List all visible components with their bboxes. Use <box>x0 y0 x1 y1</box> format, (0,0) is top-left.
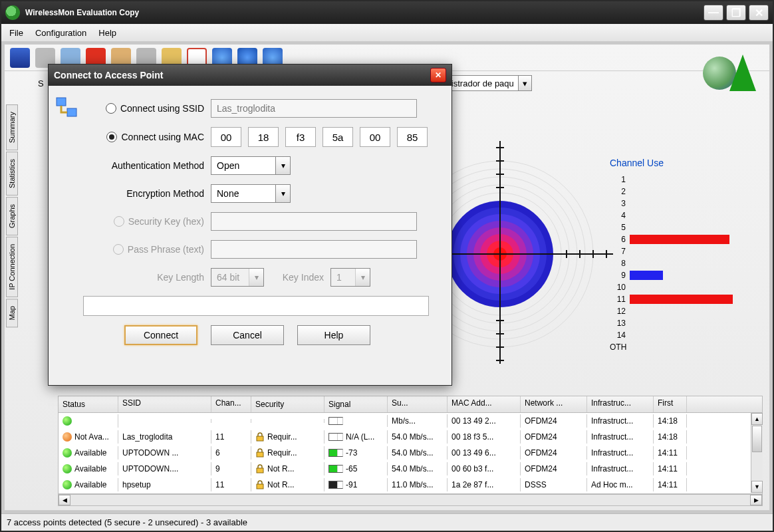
chevron-down-icon: ▾ <box>355 269 370 286</box>
th-channel[interactable]: Chan... <box>211 396 251 412</box>
keyidx-label: Key Index <box>264 272 330 283</box>
th-status[interactable]: Status <box>59 396 118 412</box>
tab-map[interactable]: Map <box>6 299 18 327</box>
menu-configuration[interactable]: Configuration <box>35 28 86 38</box>
tab-ipconnection[interactable]: IP Connection <box>6 237 18 297</box>
channel-use-panel: Channel Use 1234567891011121314OTH <box>610 158 756 370</box>
passphrase-input <box>211 240 417 259</box>
th-security[interactable]: Security <box>251 396 324 412</box>
mac-input-6[interactable] <box>397 127 428 147</box>
save-icon[interactable] <box>10 48 30 68</box>
passphrase-radio <box>113 244 124 255</box>
scroll-thumb[interactable] <box>752 426 762 452</box>
channel-row: 12 <box>610 305 756 317</box>
ap-table: Status SSID Chan... Security Signal Su..… <box>58 396 763 506</box>
svg-rect-35 <box>57 98 66 106</box>
mac-radio[interactable] <box>106 132 117 142</box>
mac-input-1[interactable] <box>211 127 241 147</box>
channel-row: 1 <box>610 174 756 186</box>
scroll-down-icon[interactable]: ▼ <box>751 481 763 493</box>
network-icon <box>55 96 79 120</box>
chevron-down-icon[interactable]: ▾ <box>518 76 531 90</box>
dialog-close-button[interactable]: ✕ <box>430 68 446 82</box>
dialog-title: Connect to Access Point <box>54 70 430 80</box>
passphrase-label: Pass Phrase (text) <box>128 244 204 255</box>
tab-statistics[interactable]: Statistics <box>6 152 18 196</box>
keylen-label: Key Length <box>91 272 211 283</box>
th-signal[interactable]: Signal <box>324 396 388 412</box>
ssid-label: Connect using SSID <box>120 103 204 114</box>
mac-input-5[interactable] <box>360 127 390 147</box>
keyidx-select: 1 ▾ <box>330 268 370 287</box>
enc-label: Encryption Method <box>91 188 211 199</box>
channel-row: 3 <box>610 198 756 209</box>
svg-rect-33 <box>257 468 263 473</box>
keylen-select: 64 bit ▾ <box>211 268 264 287</box>
svg-rect-34 <box>257 484 263 489</box>
scroll-up-icon[interactable]: ▲ <box>751 413 763 425</box>
svg-rect-32 <box>257 452 263 457</box>
chevron-down-icon[interactable]: ▾ <box>275 185 290 202</box>
menu-file[interactable]: File <box>9 28 23 38</box>
connect-button[interactable]: Connect <box>124 325 197 345</box>
ap-vertical-scrollbar[interactable]: ▲ ▼ <box>751 413 763 493</box>
mac-input-2[interactable] <box>248 127 279 147</box>
channel-row: 5 <box>610 221 756 233</box>
maximize-button[interactable]: ❐ <box>726 5 746 21</box>
enc-select[interactable]: None ▾ <box>211 184 291 203</box>
mac-label: Connect using MAC <box>121 132 204 142</box>
auth-label: Authentication Method <box>91 160 211 171</box>
ap-table-header: Status SSID Chan... Security Signal Su..… <box>58 396 763 413</box>
svg-rect-31 <box>257 436 263 441</box>
scroll-left-icon[interactable]: ◀ <box>59 495 70 505</box>
channel-row: 9 <box>610 269 756 281</box>
channel-row: 7 <box>610 245 756 257</box>
titlebar: WirelessMon Evaluation Copy — ❐ ✕ <box>1 1 773 24</box>
channel-row: 6 <box>610 233 756 245</box>
table-row[interactable]: Not Ava... Las_troglodita 11 Requir... N… <box>59 429 762 445</box>
tab-graphs[interactable]: Graphs <box>6 197 18 235</box>
seckey-input <box>211 212 417 231</box>
channel-row: OTH <box>610 341 756 353</box>
vertical-tabs: Summary Statistics Graphs IP Connection … <box>6 104 25 329</box>
status-bar: 7 access points detected (5 secure - 2 u… <box>1 513 773 531</box>
close-button[interactable]: ✕ <box>749 5 769 21</box>
window-title: WirelessMon Evaluation Copy <box>25 8 701 17</box>
auth-select[interactable]: Open ▾ <box>211 156 291 175</box>
app-logo <box>703 51 756 91</box>
channel-row: 2 <box>610 186 756 198</box>
th-network[interactable]: Network ... <box>521 396 587 412</box>
status-dot-icon <box>63 448 72 458</box>
chevron-down-icon: ▾ <box>249 269 263 286</box>
minimize-button[interactable]: — <box>704 5 723 21</box>
table-row[interactable]: Available hpsetup 11 Not R... -91 11.0 M… <box>59 477 762 493</box>
th-first[interactable]: First <box>654 396 687 412</box>
th-infra[interactable]: Infrastruc... <box>587 396 654 412</box>
tab-summary[interactable]: Summary <box>6 104 18 150</box>
table-row[interactable]: Mb/s... 00 13 49 2... OFDM24 Infrastruct… <box>59 413 762 429</box>
status-text: 7 access points detected (5 secure - 2 u… <box>7 517 247 527</box>
app-icon <box>5 5 20 20</box>
th-mac[interactable]: MAC Add... <box>448 396 521 412</box>
mac-input-4[interactable] <box>322 127 353 147</box>
menu-help[interactable]: Help <box>98 28 116 38</box>
th-ssid[interactable]: SSID <box>118 396 211 412</box>
svg-rect-36 <box>67 108 76 116</box>
scroll-right-icon[interactable]: ▶ <box>750 495 762 505</box>
ap-horizontal-scrollbar[interactable]: ◀ ▶ <box>58 494 763 506</box>
ssid-input[interactable] <box>211 99 417 118</box>
mac-input-3[interactable] <box>285 127 316 147</box>
seckey-radio <box>114 216 124 227</box>
table-row[interactable]: Available UPTODOWN ... 6 Requir... -73 5… <box>59 445 762 461</box>
help-button[interactable]: Help <box>297 325 370 345</box>
chevron-down-icon[interactable]: ▾ <box>275 157 290 174</box>
connect-dialog: Connect to Access Point ✕ Connect using … <box>48 64 452 386</box>
th-rates[interactable]: Su... <box>388 396 448 412</box>
channel-use-title: Channel Use <box>610 158 756 168</box>
ssid-radio[interactable] <box>106 103 116 114</box>
table-row[interactable]: Available UPTODOWN.... 9 Not R... -65 54… <box>59 461 762 477</box>
adapter-label-prefix: S <box>38 78 44 88</box>
channel-row: 4 <box>610 209 756 221</box>
cancel-button[interactable]: Cancel <box>211 325 284 345</box>
status-dot-icon <box>63 464 72 473</box>
